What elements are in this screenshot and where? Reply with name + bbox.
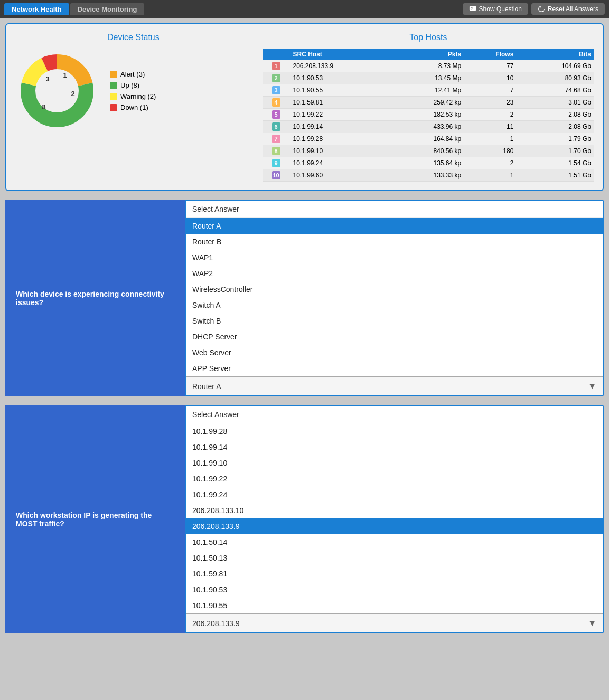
list-item[interactable]: Router A bbox=[186, 218, 603, 234]
row-host: 10.1.59.81 bbox=[289, 97, 390, 109]
row-flows: 11 bbox=[464, 121, 517, 133]
row-pkts: 840.56 kp bbox=[391, 145, 464, 157]
row-flows: 1 bbox=[464, 169, 517, 182]
warning-label: Warning (2) bbox=[120, 92, 156, 100]
q2-section: Which workstation IP is generating the M… bbox=[5, 405, 604, 633]
question-icon: ? bbox=[469, 5, 476, 13]
q1-placeholder: Select Answer bbox=[186, 201, 603, 218]
row-pkts: 133.33 kp bbox=[391, 169, 464, 182]
row-num-cell: 5 bbox=[263, 109, 290, 121]
svg-text:3: 3 bbox=[45, 75, 49, 83]
row-host: 10.1.99.14 bbox=[289, 121, 390, 133]
hosts-table: SRC Host Pkts Flows Bits 1 206.208.133.9… bbox=[263, 49, 594, 182]
list-item[interactable]: WirelessController bbox=[186, 281, 603, 297]
row-flows: 23 bbox=[464, 97, 517, 109]
row-number: 4 bbox=[272, 98, 280, 107]
top-hosts-title: Top Hosts bbox=[263, 33, 594, 42]
col-src-host: SRC Host bbox=[289, 49, 390, 60]
row-bits: 1.79 Gb bbox=[517, 133, 594, 145]
row-bits: 80.93 Gb bbox=[517, 72, 594, 84]
list-item[interactable]: 10.1.99.14 bbox=[186, 439, 603, 455]
svg-text:1: 1 bbox=[63, 71, 67, 79]
row-bits: 3.01 Gb bbox=[517, 97, 594, 109]
row-host: 206.208.133.9 bbox=[289, 60, 390, 72]
tab-network-health[interactable]: Network Health bbox=[4, 3, 69, 15]
q2-answer-list: Select Answer 10.1.99.2810.1.99.1410.1.9… bbox=[186, 406, 603, 613]
list-item[interactable]: WAP1 bbox=[186, 250, 603, 266]
list-item[interactable]: 10.1.90.53 bbox=[186, 582, 603, 598]
list-item[interactable]: Switch A bbox=[186, 297, 603, 313]
main-content: Device Status 3 8 2 bbox=[0, 18, 609, 647]
q2-options-container: 10.1.99.2810.1.99.1410.1.99.1010.1.99.22… bbox=[186, 423, 603, 613]
row-pkts: 8.73 Mp bbox=[391, 60, 464, 72]
row-number: 2 bbox=[272, 74, 280, 82]
list-item[interactable]: 10.1.99.10 bbox=[186, 455, 603, 471]
device-status-title: Device Status bbox=[15, 33, 252, 42]
col-num bbox=[263, 49, 290, 60]
row-num-cell: 2 bbox=[263, 72, 290, 84]
q1-chevron-icon: ▼ bbox=[588, 382, 596, 391]
row-pkts: 12.41 Mp bbox=[391, 84, 464, 97]
col-flows: Flows bbox=[464, 49, 517, 60]
list-item[interactable]: Web Server bbox=[186, 345, 603, 361]
list-item[interactable]: APP Server bbox=[186, 361, 603, 376]
row-num-cell: 1 bbox=[263, 60, 290, 72]
row-flows: 1 bbox=[464, 133, 517, 145]
warning-dot bbox=[110, 93, 117, 100]
row-host: 10.1.99.22 bbox=[289, 109, 390, 121]
row-bits: 1.70 Gb bbox=[517, 145, 594, 157]
show-question-button[interactable]: ? Show Question bbox=[463, 3, 528, 15]
up-label: Up (8) bbox=[120, 81, 139, 89]
q2-placeholder: Select Answer bbox=[186, 406, 603, 423]
row-pkts: 135.64 kp bbox=[391, 157, 464, 169]
reset-all-answers-button[interactable]: Reset All Answers bbox=[531, 3, 605, 15]
alert-dot bbox=[110, 71, 117, 78]
list-item[interactable]: 10.1.99.24 bbox=[186, 487, 603, 503]
list-item[interactable]: 10.1.50.13 bbox=[186, 550, 603, 566]
table-row: 2 10.1.90.53 13.45 Mp 10 80.93 Gb bbox=[263, 72, 594, 84]
q2-selected-display[interactable]: 206.208.133.9 ▼ bbox=[186, 613, 603, 632]
list-item[interactable]: 206.208.133.10 bbox=[186, 503, 603, 518]
list-item[interactable]: 10.1.90.55 bbox=[186, 598, 603, 613]
list-item[interactable]: Switch B bbox=[186, 313, 603, 329]
device-status-legend: Alert (3) Up (8) Warning (2) Down (1) bbox=[110, 70, 156, 111]
row-pkts: 13.45 Mp bbox=[391, 72, 464, 84]
alert-label: Alert (3) bbox=[120, 70, 145, 78]
legend-alert: Alert (3) bbox=[110, 70, 156, 78]
tab-group: Network Health Device Monitoring bbox=[4, 3, 144, 15]
row-host: 10.1.90.53 bbox=[289, 72, 390, 84]
row-number: 3 bbox=[272, 86, 280, 94]
reset-icon bbox=[538, 5, 545, 13]
row-number: 1 bbox=[272, 62, 280, 70]
row-num-cell: 4 bbox=[263, 97, 290, 109]
svg-text:2: 2 bbox=[71, 90, 74, 98]
top-hosts-section: Top Hosts SRC Host Pkts Flows Bits 1 206… bbox=[263, 33, 594, 182]
tab-device-monitoring[interactable]: Device Monitoring bbox=[70, 3, 145, 15]
list-item[interactable]: 10.1.59.81 bbox=[186, 566, 603, 582]
svg-text:?: ? bbox=[470, 6, 473, 11]
list-item[interactable]: Router B bbox=[186, 234, 603, 250]
q1-selected-display[interactable]: Router A ▼ bbox=[186, 376, 603, 395]
q1-answer-list: Select Answer Router ARouter BWAP1WAP2Wi… bbox=[186, 201, 603, 376]
row-number: 7 bbox=[272, 135, 280, 143]
q1-answer-panel: Select Answer Router ARouter BWAP1WAP2Wi… bbox=[185, 200, 604, 396]
row-host: 10.1.90.55 bbox=[289, 84, 390, 97]
top-bar: Network Health Device Monitoring ? Show … bbox=[0, 0, 609, 18]
list-item[interactable]: WAP2 bbox=[186, 266, 603, 281]
row-number: 10 bbox=[272, 171, 280, 179]
list-item[interactable]: 10.1.50.14 bbox=[186, 534, 603, 550]
device-status-section: Device Status 3 8 2 bbox=[15, 33, 252, 182]
row-pkts: 433.96 kp bbox=[391, 121, 464, 133]
list-item[interactable]: DHCP Server bbox=[186, 329, 603, 345]
q1-selected-value: Router A bbox=[192, 382, 221, 391]
list-item[interactable]: 10.1.99.22 bbox=[186, 471, 603, 487]
list-item[interactable]: 206.208.133.9 bbox=[186, 518, 603, 534]
q1-section: Which device is experiencing connectivit… bbox=[5, 200, 604, 396]
row-pkts: 164.84 kp bbox=[391, 133, 464, 145]
col-pkts: Pkts bbox=[391, 49, 464, 60]
row-bits: 1.54 Gb bbox=[517, 157, 594, 169]
list-item[interactable]: 10.1.99.28 bbox=[186, 423, 603, 439]
row-number: 6 bbox=[272, 122, 280, 131]
row-flows: 7 bbox=[464, 84, 517, 97]
table-row: 3 10.1.90.55 12.41 Mp 7 74.68 Gb bbox=[263, 84, 594, 97]
